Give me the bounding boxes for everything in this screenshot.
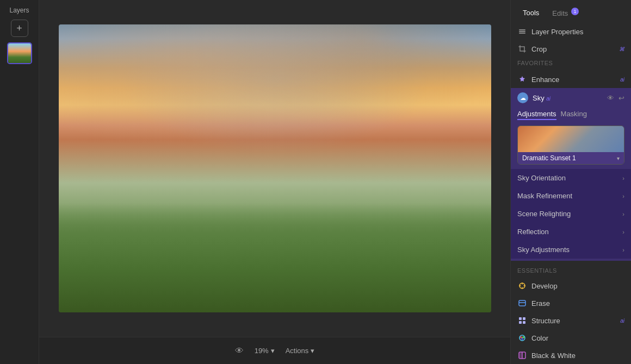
- edits-badge: 1: [571, 8, 579, 15]
- sky-undo-icon[interactable]: ↩: [618, 94, 624, 102]
- sky-header: ☁ Sky ai 👁 ↩: [511, 88, 631, 108]
- sky-preset-chevron-icon: ▾: [617, 155, 620, 161]
- favorites-label: Favorites: [511, 58, 631, 68]
- structure-ai-badge: ai: [620, 318, 624, 324]
- enhance-item[interactable]: Enhance ai: [511, 71, 631, 88]
- canvas-area: [39, 0, 510, 337]
- svg-rect-8: [523, 321, 525, 324]
- sky-label: Sky ai: [533, 94, 603, 102]
- sky-preset-dropdown[interactable]: Dramatic Sunset 1 ▾: [517, 125, 624, 165]
- sky-eye-icon[interactable]: 👁: [607, 94, 614, 102]
- develop-item[interactable]: Develop: [511, 277, 631, 294]
- panel-tabs: Tools Edits 1: [511, 0, 631, 21]
- black-white-item[interactable]: Black & White: [511, 347, 631, 364]
- bw-icon: [517, 350, 527, 360]
- add-layer-button[interactable]: +: [11, 20, 28, 37]
- color-item[interactable]: Color: [511, 329, 631, 347]
- layers-title: Layers: [9, 7, 29, 14]
- sky-adjustments-row[interactable]: Sky Adjustments ›: [511, 241, 631, 259]
- black-white-label: Black & White: [531, 352, 624, 360]
- enhance-label: Enhance: [531, 76, 616, 84]
- layer-thumbnail[interactable]: [7, 42, 32, 64]
- layers-icon: [517, 27, 527, 36]
- scene-relighting-row[interactable]: Scene Relighting ›: [511, 205, 631, 223]
- main-canvas: 👁 19% ▾ Actions ▾: [39, 0, 510, 364]
- actions-chevron-icon: ▾: [311, 347, 314, 355]
- color-label: Color: [531, 334, 624, 342]
- erase-item[interactable]: Erase: [511, 294, 631, 312]
- structure-item[interactable]: Structure ai: [511, 312, 631, 329]
- sky-ai-badge: ai: [546, 96, 550, 102]
- sky-preset-label: Dramatic Sunset 1: [522, 154, 576, 162]
- svg-rect-4: [519, 300, 525, 306]
- sky-preset-preview: [518, 126, 624, 152]
- layers-sidebar: Layers +: [0, 0, 39, 364]
- tab-tools[interactable]: Tools: [517, 5, 545, 20]
- enhance-icon: [517, 74, 527, 84]
- scene-relighting-chevron-icon: ›: [622, 211, 624, 217]
- tab-edits[interactable]: Edits 1: [547, 4, 584, 21]
- zoom-display[interactable]: 19% ▾: [255, 347, 275, 355]
- sky-preset-label-row: Dramatic Sunset 1 ▾: [518, 152, 624, 164]
- visibility-eye-icon[interactable]: 👁: [235, 346, 244, 356]
- layer-properties-label: Layer Properties: [531, 28, 624, 36]
- crop-label: Crop: [531, 45, 615, 53]
- actions-button[interactable]: Actions ▾: [286, 347, 315, 355]
- erase-label: Erase: [531, 299, 624, 307]
- enhance-ai-badge: ai: [620, 77, 624, 83]
- canvas-image: [59, 24, 491, 312]
- sky-orientation-chevron-icon: ›: [622, 175, 624, 181]
- canvas-image-content: [59, 24, 491, 312]
- subtab-adjustments[interactable]: Adjustments: [517, 110, 556, 120]
- erase-icon: [517, 298, 527, 308]
- develop-label: Develop: [531, 282, 624, 290]
- essentials-section: Essentials Develop Erase: [511, 261, 631, 364]
- right-panel: Tools Edits 1 Layer Properties Crop ⌘: [510, 0, 631, 364]
- reflection-row[interactable]: Reflection ›: [511, 223, 631, 241]
- sky-controls: 👁 ↩: [607, 94, 624, 102]
- mask-refinement-row[interactable]: Mask Refinement ›: [511, 187, 631, 205]
- sky-orientation-row[interactable]: Sky Orientation ›: [511, 169, 631, 187]
- zoom-chevron-icon: ▾: [271, 347, 275, 355]
- reflection-chevron-icon: ›: [622, 229, 624, 235]
- svg-rect-7: [519, 321, 522, 324]
- crop-item[interactable]: Crop ⌘: [511, 40, 631, 58]
- crop-shortcut: ⌘: [619, 46, 624, 52]
- crop-icon: [517, 44, 527, 54]
- svg-rect-2: [519, 29, 525, 30]
- essentials-label: Essentials: [511, 265, 631, 277]
- svg-rect-5: [519, 317, 522, 320]
- color-icon: [517, 333, 527, 343]
- sky-subtabs: Adjustments Masking: [511, 108, 631, 123]
- structure-icon: [517, 316, 527, 325]
- svg-rect-0: [519, 33, 525, 34]
- reflection-label: Reflection: [517, 228, 622, 236]
- scene-relighting-label: Scene Relighting: [517, 210, 622, 218]
- cloud-icon: ☁: [517, 92, 528, 103]
- layer-thumb-image: [8, 43, 31, 63]
- sky-adjustments-label: Sky Adjustments: [517, 246, 622, 254]
- actions-label: Actions: [286, 347, 309, 355]
- sky-preset-area: Dramatic Sunset 1 ▾: [511, 123, 631, 169]
- svg-point-12: [521, 338, 523, 340]
- layer-properties-item[interactable]: Layer Properties: [511, 23, 631, 40]
- sky-adjustments-chevron-icon: ›: [622, 247, 624, 253]
- mask-refinement-chevron-icon: ›: [622, 193, 624, 199]
- subtab-masking[interactable]: Masking: [561, 110, 587, 120]
- develop-icon: [517, 281, 527, 291]
- svg-rect-6: [523, 317, 525, 320]
- mask-refinement-label: Mask Refinement: [517, 192, 622, 200]
- sky-active-block: ☁ Sky ai 👁 ↩ Adjustments Masking: [511, 88, 631, 261]
- sky-orientation-label: Sky Orientation: [517, 174, 622, 182]
- svg-rect-14: [519, 352, 522, 359]
- zoom-value: 19%: [255, 347, 269, 355]
- svg-rect-1: [519, 31, 525, 32]
- canvas-toolbar: 👁 19% ▾ Actions ▾: [39, 337, 510, 364]
- structure-label: Structure: [531, 317, 616, 325]
